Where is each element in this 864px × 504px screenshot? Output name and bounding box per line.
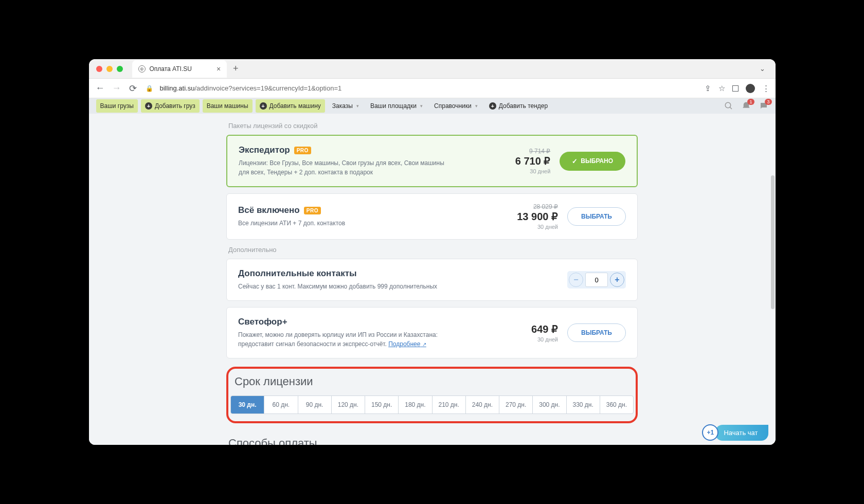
duration-option-30[interactable]: 30 дн. (231, 396, 264, 413)
tabs-menu-icon[interactable]: ⌄ (757, 65, 768, 73)
card-desc: Все лицензии АТИ + 7 доп. контактов (238, 219, 454, 228)
panel-icon[interactable] (732, 85, 739, 92)
card-title: Дополнительные контакты (238, 268, 558, 279)
card-title: Всё включеноPRO (238, 205, 508, 215)
reload-button[interactable]: ⟳ (127, 82, 139, 95)
nav-add-vehicle[interactable]: +Добавить машину (256, 99, 325, 113)
check-icon: ✓ (572, 157, 578, 165)
additional-contacts-card: Дополнительные контакты Сейчас у вас 1 к… (226, 259, 638, 301)
additional-section-label: Дополнительно (228, 246, 638, 254)
duration-option-240[interactable]: 240 дн. (466, 396, 499, 413)
payment-title: Способы оплаты (228, 437, 638, 445)
duration-option-210[interactable]: 210 дн. (433, 396, 466, 413)
decrement-button[interactable]: − (569, 273, 583, 287)
nav-your-vehicles[interactable]: Ваши машины (203, 99, 253, 113)
back-button[interactable]: ← (94, 82, 106, 95)
duration-option-300[interactable]: 300 дн. (533, 396, 566, 413)
pro-badge: PRO (294, 147, 311, 154)
site-navigation: Ваши грузы +Добавить груз Ваши машины +Д… (89, 98, 776, 114)
duration-option-360[interactable]: 360 дн. (600, 396, 633, 413)
new-price: 13 900 ₽ (517, 210, 558, 223)
titlebar: ⊕ Оплата ATI.SU × + ⌄ (89, 59, 776, 79)
msg-badge: 3 (765, 99, 771, 105)
minimize-window-icon[interactable] (106, 66, 113, 72)
svg-point-0 (725, 102, 731, 108)
start-chat-button[interactable]: Начать чат (715, 425, 768, 441)
chat-badge[interactable]: +1 (702, 424, 718, 441)
forward-button[interactable]: → (111, 82, 123, 95)
new-tab-button[interactable]: + (233, 63, 239, 74)
pro-badge: PRO (304, 207, 321, 214)
chevron-down-icon: ▾ (420, 103, 423, 109)
share-icon[interactable]: ⇪ (705, 84, 711, 93)
favicon-icon: ⊕ (138, 65, 146, 73)
duration-option-150[interactable]: 150 дн. (365, 396, 399, 413)
card-title: ЭкспедиторPRO (239, 145, 506, 155)
maximize-window-icon[interactable] (117, 66, 123, 72)
more-link[interactable]: Подробнее ↗ (388, 340, 426, 348)
increment-button[interactable]: + (610, 273, 624, 287)
duration-option-60[interactable]: 60 дн. (264, 396, 298, 413)
price-period: 30 дней (517, 224, 558, 230)
old-price: 9 714 ₽ (515, 148, 551, 155)
url-field[interactable]: billing.ati.su/addinvoice?services=19&cu… (160, 84, 700, 92)
chat-widget: +1 Начать чат (702, 424, 768, 441)
card-desc: Лицензии: Все Грузы, Все машины, Свои гр… (239, 158, 455, 177)
card-price: 649 ₽ 30 дней (531, 323, 558, 343)
notifications-icon[interactable]: 1 (742, 101, 751, 111)
window-controls (96, 66, 123, 72)
plus-circle-icon: + (260, 102, 267, 110)
contacts-input[interactable] (585, 273, 608, 287)
search-icon[interactable] (724, 101, 733, 111)
card-title: Светофор+ (238, 317, 522, 327)
card-desc: Сейчас у вас 1 конт. Максимум можно доба… (238, 282, 454, 291)
nav-add-tender[interactable]: +Добавить тендер (485, 99, 552, 113)
package-card-all-inclusive: Всё включеноPRO Все лицензии АТИ + 7 доп… (226, 193, 638, 240)
new-price: 6 710 ₽ (515, 155, 551, 167)
card-desc: Покажет, можно ли доверять юрлицу или ИП… (238, 330, 454, 349)
svetofor-card: Светофор+ Покажет, можно ли доверять юрл… (226, 307, 638, 358)
notif-badge: 1 (747, 99, 754, 105)
svg-line-1 (730, 107, 732, 109)
license-duration-section: Срок лицензии 30 дн. 60 дн. 90 дн. 120 д… (226, 367, 638, 423)
select-button[interactable]: ВЫБРАТЬ (567, 207, 626, 226)
external-link-icon: ↗ (422, 341, 426, 347)
messages-icon[interactable]: 3 (759, 101, 768, 111)
duration-title: Срок лицензии (235, 375, 634, 388)
nav-add-cargo[interactable]: +Добавить груз (141, 99, 200, 113)
select-button[interactable]: ВЫБРАТЬ (567, 323, 626, 342)
profile-avatar-icon[interactable] (746, 84, 755, 93)
card-price: 28 029 ₽ 13 900 ₽ 30 дней (517, 203, 558, 230)
duration-selector: 30 дн. 60 дн. 90 дн. 120 дн. 150 дн. 180… (230, 395, 634, 414)
plus-circle-icon: + (145, 102, 152, 110)
url-path: /addinvoice?services=19&currencyId=1&opt… (194, 84, 341, 92)
lock-icon[interactable]: 🔒 (143, 82, 156, 95)
duration-option-90[interactable]: 90 дн. (298, 396, 332, 413)
nav-platforms[interactable]: Ваши площадки▾ (366, 99, 427, 113)
duration-option-270[interactable]: 270 дн. (499, 396, 533, 413)
url-host: billing.ati.su (160, 84, 195, 92)
old-price: 28 029 ₽ (517, 203, 558, 210)
browser-window: ⊕ Оплата ATI.SU × + ⌄ ← → ⟳ 🔒 billing.at… (89, 59, 776, 445)
close-tab-icon[interactable]: × (217, 65, 221, 73)
duration-option-330[interactable]: 330 дн. (567, 396, 600, 413)
price-period: 30 дней (531, 336, 558, 343)
price-period: 30 дней (515, 168, 551, 174)
selected-button[interactable]: ✓ВЫБРАНО (560, 152, 625, 171)
menu-dots-icon[interactable]: ⋮ (762, 84, 770, 93)
nav-orders[interactable]: Заказы▾ (328, 99, 363, 113)
browser-tab[interactable]: ⊕ Оплата ATI.SU × (132, 60, 227, 78)
scrollbar[interactable] (770, 114, 776, 445)
bookmark-icon[interactable]: ☆ (718, 84, 725, 93)
close-window-icon[interactable] (96, 66, 102, 72)
nav-directories[interactable]: Справочники▾ (430, 99, 482, 113)
card-price: 9 714 ₽ 6 710 ₽ 30 дней (515, 148, 551, 174)
tab-title: Оплата ATI.SU (150, 65, 192, 73)
chevron-down-icon: ▾ (356, 103, 359, 109)
duration-option-180[interactable]: 180 дн. (399, 396, 432, 413)
duration-option-120[interactable]: 120 дн. (332, 396, 365, 413)
nav-your-cargo[interactable]: Ваши грузы (96, 99, 138, 113)
package-card-expeditor: ЭкспедиторPRO Лицензии: Все Грузы, Все м… (226, 135, 638, 187)
packages-section-label: Пакеты лицензий со скидкой (228, 122, 638, 130)
address-bar: ← → ⟳ 🔒 billing.ati.su/addinvoice?servic… (89, 79, 776, 98)
